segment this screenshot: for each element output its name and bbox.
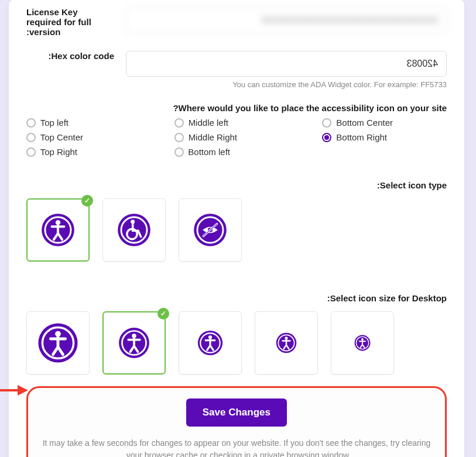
placement-radio-bottom-left[interactable]: Bottom left: [174, 147, 299, 157]
radio-label: Bottom left: [189, 147, 231, 157]
radio-icon: [26, 133, 36, 142]
license-row: License Key required for full version:: [9, 0, 464, 44]
icon-type-label: Select icon type:: [9, 173, 464, 195]
license-input[interactable]: [126, 7, 447, 33]
radio-icon: [26, 118, 36, 128]
radio-icon: [174, 118, 184, 128]
placement-radio-middle-left[interactable]: Middle left: [174, 118, 299, 128]
icon-type-grid: ✓: [9, 195, 464, 273]
hex-row: Hex color code: You can customize the AD…: [9, 44, 464, 96]
icon-type-option-wheelchair[interactable]: [102, 198, 166, 262]
license-label: License Key required for full version:: [26, 7, 114, 37]
radio-icon: [26, 147, 36, 157]
placement-radio-middle-right[interactable]: Middle Right: [174, 132, 299, 142]
annotation-arrow-icon: [0, 384, 28, 397]
icon-type-option-accessibility-person[interactable]: ✓: [26, 198, 90, 262]
placement-radio-bottom-center[interactable]: Bottom Center: [322, 118, 447, 128]
placement-radio-top-left[interactable]: Top left: [26, 118, 151, 128]
icon-type-option-low-vision[interactable]: [179, 198, 242, 262]
radio-icon: [322, 118, 331, 128]
check-icon: ✓: [81, 195, 93, 207]
radio-label: Top left: [40, 118, 69, 128]
hex-input[interactable]: [126, 51, 447, 77]
icon-size-option-1[interactable]: ✓: [102, 311, 166, 374]
radio-label: Middle Right: [189, 132, 237, 142]
placement-radio-bottom-right[interactable]: Bottom Right: [322, 132, 447, 142]
placement-radio-top-right[interactable]: Top Right: [26, 147, 151, 157]
radio-label: Top Center: [40, 132, 83, 142]
check-icon: ✓: [157, 308, 169, 319]
save-note: It may take a few seconds for changes to…: [40, 437, 433, 457]
radio-icon: [322, 133, 331, 142]
placement-grid: Top leftMiddle leftBottom CenterTop Cent…: [9, 118, 464, 163]
icon-size-label: Select icon size for Desktop:: [9, 286, 464, 308]
icon-size-option-2[interactable]: [179, 311, 242, 374]
save-button[interactable]: Save Changes: [186, 398, 287, 427]
radio-label: Middle left: [189, 118, 228, 128]
hex-helper: You can customize the ADA Widget color. …: [126, 80, 447, 89]
radio-icon: [174, 133, 184, 142]
radio-label: Bottom Right: [336, 132, 387, 142]
icon-size-option-0[interactable]: [26, 311, 90, 374]
radio-icon: [174, 147, 184, 157]
icon-size-option-4[interactable]: [331, 311, 394, 374]
hex-label: Hex color code:: [26, 51, 114, 61]
save-section: Save Changes It may take a few seconds f…: [26, 386, 447, 457]
icon-size-grid: ✓: [9, 308, 464, 386]
radio-label: Bottom Center: [336, 118, 393, 128]
placement-radio-top-center[interactable]: Top Center: [26, 132, 151, 142]
settings-panel: License Key required for full version: H…: [9, 0, 464, 457]
svg-marker-28: [18, 385, 28, 396]
icon-size-option-3[interactable]: [255, 311, 318, 374]
radio-label: Top Right: [40, 147, 77, 157]
placement-label: Where would you like to place the access…: [9, 96, 464, 118]
